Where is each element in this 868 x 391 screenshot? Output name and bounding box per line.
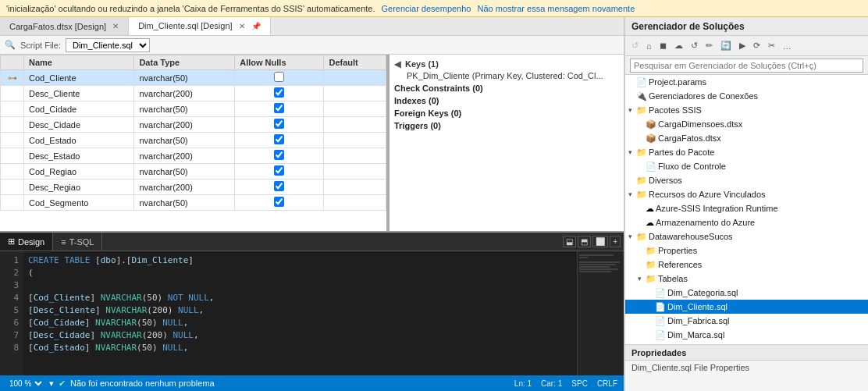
line-numbers: 12345678: [0, 251, 23, 375]
table-row[interactable]: Cod_Cidadenvarchar(50): [1, 101, 386, 117]
zoom-select[interactable]: 100 %: [6, 379, 44, 389]
sol-cut-btn[interactable]: ✂: [765, 39, 778, 52]
row-name: Cod_Cliente: [24, 70, 134, 86]
keys-header[interactable]: ◀ Keys (1): [394, 59, 619, 69]
tree-item-label: Diversos: [649, 176, 682, 185]
sol-sync-btn[interactable]: 🔄: [717, 39, 735, 52]
tree-item-dim_fabrica.sql[interactable]: 📄Dim_Fabrica.sql: [625, 314, 868, 328]
tree-item-recursos-do-azure-vinculados[interactable]: 📁Recursos do Azure Vinculados: [625, 187, 868, 201]
tree-item-tabelas[interactable]: 📁Tabelas: [625, 272, 868, 286]
sol-more-btn[interactable]: …: [780, 40, 795, 52]
tab-tsql[interactable]: ≡ T-SQL: [53, 233, 102, 251]
tree-item-references[interactable]: 📁References: [625, 258, 868, 272]
row-name: Cod_Segmento: [24, 195, 134, 211]
sol-run-btn[interactable]: ▶: [736, 39, 749, 52]
tab-dimcliente-close[interactable]: ✕: [239, 22, 245, 30]
tab-cargafatos[interactable]: CargaFatos.dtsx [Design] ✕: [0, 17, 129, 35]
row-indicator: ⊶: [1, 70, 24, 86]
triggers-header[interactable]: Triggers (0): [394, 121, 619, 130]
zoom-down-icon: ▾: [49, 379, 54, 389]
table-row[interactable]: Cod_Regiaonvarchar(50): [1, 164, 386, 180]
tree-item-pacotes-ssis[interactable]: 📁Pacotes SSIS: [625, 103, 868, 117]
tree-item-datawarehousesucos[interactable]: 📁DatawarehouseSucos: [625, 229, 868, 243]
tree-item-icon: 📄: [646, 162, 656, 172]
tree-item-armazenamento-do-azure[interactable]: ☁Armazenamento do Azure: [625, 215, 868, 229]
sol-reload-btn[interactable]: ⟳: [750, 39, 763, 52]
tree-item-label: DatawarehouseSucos: [649, 232, 733, 241]
foreign-keys-header[interactable]: Foreign Keys (0): [394, 108, 619, 118]
tab-dimcliente-pin[interactable]: 📌: [251, 22, 261, 30]
indexes-section: Indexes (0): [394, 96, 619, 105]
tree-item-cargafatos.dtsx[interactable]: 📦CargaFatos.dtsx: [625, 131, 868, 145]
sql-split-vert-btn[interactable]: ⬒: [578, 236, 591, 247]
tree-item-dim_cliente.sql[interactable]: 📄Dim_Cliente.sql: [625, 300, 868, 314]
col-header-datatype: Data Type: [134, 55, 235, 70]
tree-item-dim_marca.sql[interactable]: 📄Dim_Marca.sql: [625, 328, 868, 342]
allownulls-checkbox[interactable]: [274, 119, 284, 129]
allownulls-checkbox[interactable]: [274, 103, 284, 113]
tree-item-gerenciadores-de-conexões[interactable]: 🔌Gerenciadores de Conexões: [625, 89, 868, 103]
row-name: Cod_Estado: [24, 133, 134, 148]
table-row[interactable]: ⊶Cod_Clientenvarchar(50): [1, 70, 386, 86]
search-bar: [625, 56, 868, 75]
tab-dimcliente-label: Dim_Cliente.sql [Design]: [138, 21, 232, 30]
manage-performance-link[interactable]: Gerenciar desempenho: [382, 4, 471, 13]
tree-item-fluxo-de-controle[interactable]: 📄Fluxo de Controle: [625, 159, 868, 173]
tree-item-properties[interactable]: 📁Properties: [625, 243, 868, 258]
table-row[interactable]: Desc_Estadonvarchar(200): [1, 148, 386, 164]
tab-dimcliente[interactable]: Dim_Cliente.sql [Design] ✕ 📌: [129, 17, 270, 35]
sql-split-horiz-btn[interactable]: ⬓: [563, 236, 576, 247]
allownulls-checkbox[interactable]: [274, 134, 284, 144]
sol-refresh-btn[interactable]: ↺: [688, 39, 701, 52]
allownulls-checkbox[interactable]: [274, 72, 284, 82]
right-panel: Gerenciador de Soluções ↺ ⌂ ◼ ☁ ↺ ✏ 🔄 ▶ …: [624, 17, 868, 391]
col-header-name: Name: [24, 55, 134, 70]
row-name: Desc_Cidade: [24, 117, 134, 133]
check-constraints-header[interactable]: Check Constraints (0): [394, 84, 619, 93]
sol-edit-btn[interactable]: ✏: [703, 39, 716, 52]
allownulls-checkbox[interactable]: [274, 150, 284, 160]
col-header-indicator: [1, 55, 24, 70]
sql-add-btn[interactable]: +: [610, 236, 621, 247]
table-row[interactable]: Cod_Segmentonvarchar(50): [1, 195, 386, 211]
allownulls-checkbox[interactable]: [274, 181, 284, 191]
sol-stop-btn[interactable]: ◼: [656, 39, 670, 52]
table-row[interactable]: Cod_Estadonvarchar(50): [1, 133, 386, 148]
sol-home-btn[interactable]: ⌂: [643, 40, 655, 52]
tree-item-azure-ssis-integration-runtime[interactable]: ☁Azure-SSIS Integration Runtime: [625, 201, 868, 215]
tree-item-icon: 📦: [646, 133, 656, 144]
tree-item-diversos[interactable]: 📁Diversos: [625, 173, 868, 187]
sol-cloud-btn[interactable]: ☁: [671, 39, 686, 52]
editor-split: Name Data Type Allow Nulls Default ⊶Cod_…: [0, 55, 624, 231]
allownulls-checkbox[interactable]: [274, 197, 284, 207]
sol-back-btn[interactable]: ↺: [628, 39, 642, 52]
tab-design[interactable]: ⊞ Design: [0, 233, 53, 251]
tree-arrow: [625, 233, 635, 240]
sql-code[interactable]: CREATE TABLE [dbo].[Dim_Cliente]( [Cod_C…: [23, 251, 577, 375]
dismiss-warning-link[interactable]: Não mostrar essa mensagem novamente: [477, 4, 635, 13]
table-row[interactable]: Desc_Clientenvarchar(200): [1, 86, 386, 101]
sql-section: ⊞ Design ≡ T-SQL ⬓ ⬒ ⬜ + 12345678 CREATE…: [0, 231, 624, 375]
tree-item-partes-do-pacote[interactable]: 📁Partes do Pacote: [625, 145, 868, 159]
foreign-keys-section: Foreign Keys (0): [394, 108, 619, 118]
tab-cargafatos-close[interactable]: ✕: [112, 22, 119, 30]
tree-item-project.params[interactable]: 📄Project.params: [625, 75, 868, 89]
script-file-select[interactable]: Dim_Cliente.sql: [66, 38, 150, 52]
keys-section: ◀ Keys (1) PK_Dim_Cliente (Primary Key, …: [394, 59, 619, 80]
indexes-header[interactable]: Indexes (0): [394, 96, 619, 105]
solution-search-input[interactable]: [630, 59, 863, 73]
allownulls-checkbox[interactable]: [274, 165, 284, 176]
tree-item-cargadimensoes.dtsx[interactable]: 📦CargaDimensoes.dtsx: [625, 117, 868, 131]
allownulls-checkbox[interactable]: [274, 87, 284, 98]
code-line: [Desc_Cliente] NVARCHAR(200) NULL,: [28, 304, 572, 317]
sql-maximize-btn[interactable]: ⬜: [592, 236, 608, 247]
tree-item-dim_categoria.sql[interactable]: 📄Dim_Categoria.sql: [625, 286, 868, 300]
row-allownulls: [235, 86, 324, 101]
tree-item-label: Armazenamento do Azure: [656, 218, 755, 227]
row-datatype: nvarchar(50): [134, 133, 235, 148]
pk-icon: ⊶: [8, 73, 17, 84]
table-row[interactable]: Desc_Regiaonvarchar(200): [1, 180, 386, 195]
keys-arrow: ◀: [394, 59, 400, 69]
table-row[interactable]: Desc_Cidadenvarchar(200): [1, 117, 386, 133]
design-tab-icon: ⊞: [8, 236, 15, 247]
